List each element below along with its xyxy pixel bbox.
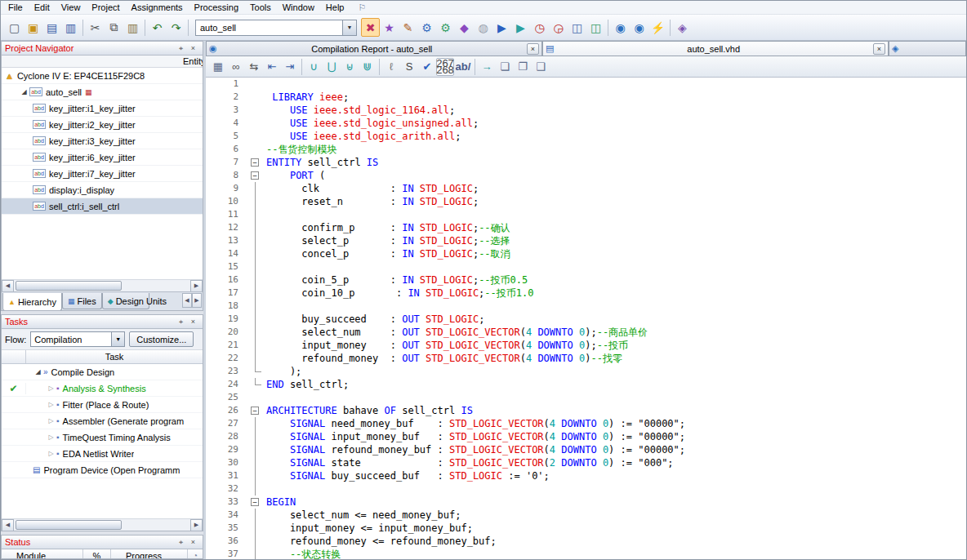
assignment-editor-button[interactable]: ◆ bbox=[455, 18, 474, 37]
code-line[interactable]: 36 refound_money <= refound_money_buf; bbox=[206, 535, 966, 548]
code-line[interactable]: 31 SIGNAL buy_succeed_buf : STD_LOGIC :=… bbox=[206, 469, 966, 482]
timing-analyzer-button[interactable]: ◷ bbox=[530, 18, 549, 37]
settings-gear-blue-button[interactable]: ⚙ bbox=[417, 18, 436, 37]
bookmark-previous-button[interactable]: ⊎ bbox=[341, 58, 359, 76]
outdent-button[interactable]: ⇤ bbox=[263, 58, 281, 76]
tree-item[interactable]: abdkey_jitter:i3_key_jitter bbox=[2, 133, 203, 149]
syntax-check-button[interactable]: ✔ bbox=[418, 58, 436, 76]
fold-collapse-icon[interactable]: − bbox=[251, 498, 259, 506]
code-line[interactable]: 34 select_num <= need_money_buf; bbox=[206, 509, 966, 522]
paste-button[interactable]: ▥ bbox=[123, 18, 142, 37]
indent-button[interactable]: ⇥ bbox=[281, 58, 299, 76]
menu-project[interactable]: Project bbox=[86, 2, 125, 13]
code-line[interactable]: 25 bbox=[206, 391, 966, 404]
edit-pencil-button[interactable]: ✎ bbox=[399, 18, 417, 37]
pin-icon[interactable]: ⌖ bbox=[175, 43, 187, 54]
close-icon[interactable]: × bbox=[527, 43, 539, 55]
doc-tab-minimized[interactable]: ◈ bbox=[889, 41, 966, 56]
tab-files[interactable]: ▦Files bbox=[62, 293, 102, 309]
tasks-hscrollbar[interactable]: ◀ ▶ bbox=[2, 518, 203, 531]
task-row[interactable]: ◢»Compile Design bbox=[2, 364, 203, 380]
new-window-button[interactable]: ❐ bbox=[514, 58, 532, 76]
pause-button[interactable]: ◍ bbox=[474, 18, 492, 37]
code-line[interactable]: 24END sell_ctrl; bbox=[206, 378, 966, 391]
tab-scroll-right-icon[interactable]: ▶ bbox=[192, 293, 202, 308]
task-column-header[interactable]: Task bbox=[26, 352, 203, 362]
flow-combo[interactable]: Compilation ▼ bbox=[30, 331, 125, 347]
expand-arrow-icon[interactable]: ◢ bbox=[33, 368, 43, 376]
tree-item[interactable]: ◢abdauto_sell▦ bbox=[2, 84, 203, 100]
menu-tools[interactable]: Tools bbox=[244, 2, 277, 13]
netlist-update-button[interactable]: ◉ bbox=[611, 18, 630, 37]
menu-assignments[interactable]: Assignments bbox=[126, 2, 189, 13]
task-row[interactable]: ▤Program Device (Open Programm bbox=[2, 462, 203, 478]
editor-layout-button[interactable]: ▦ bbox=[209, 58, 227, 76]
timequest-button[interactable]: ◶ bbox=[549, 18, 568, 37]
scroll-track[interactable] bbox=[14, 519, 190, 531]
code-line[interactable]: 8− PORT ( bbox=[206, 169, 966, 182]
close-icon[interactable]: × bbox=[187, 317, 199, 327]
expand-arrow-icon[interactable]: ▷ bbox=[46, 433, 56, 441]
fold-collapse-icon[interactable]: − bbox=[251, 171, 259, 180]
bookmark-toggle-button[interactable]: ∪ bbox=[305, 58, 323, 76]
code-line[interactable]: 17 coin_10_p : IN STD_LOGIC;--投币1.0 bbox=[206, 287, 966, 300]
replace-button[interactable]: ⇆ bbox=[245, 58, 263, 76]
code-line[interactable]: 10 reset_n : IN STD_LOGIC; bbox=[206, 195, 966, 208]
fold-collapse-icon[interactable]: − bbox=[251, 407, 259, 415]
tab-hierarchy[interactable]: ▲Hierarchy bbox=[2, 293, 62, 311]
code-line[interactable]: 6--售货控制模块 bbox=[206, 143, 966, 156]
expand-arrow-icon[interactable]: ▷ bbox=[46, 450, 56, 457]
goto-button[interactable]: → bbox=[478, 58, 496, 76]
scroll-right-icon[interactable]: ▶ bbox=[190, 519, 203, 531]
expand-arrow-icon[interactable]: ▷ bbox=[46, 401, 56, 408]
settings-gear-green-button[interactable]: ⚙ bbox=[436, 18, 455, 37]
tree-item[interactable]: abdkey_jitter:i1_key_jitter bbox=[2, 100, 203, 117]
code-line[interactable]: 4 USE ieee.std_logic_unsigned.all; bbox=[206, 117, 966, 130]
find-button[interactable]: ∞ bbox=[227, 58, 245, 76]
tree-item[interactable]: ▲Cyclone IV E: EP4CE115F29C8 bbox=[2, 68, 203, 84]
scroll-right-icon[interactable]: ▶ bbox=[190, 280, 203, 292]
task-row[interactable]: ▷▪Fitter (Place & Route) bbox=[2, 397, 203, 413]
code-line[interactable]: 16 coin_5_p : IN STD_LOGIC;--投币0.5 bbox=[206, 273, 966, 287]
tab-design-units[interactable]: ◆Design Units bbox=[102, 293, 149, 309]
code-line[interactable]: 21 input_money : OUT STD_LOGIC_VECTOR(4 … bbox=[206, 339, 966, 352]
code-line[interactable]: 35 input_money <= input_money_buf; bbox=[206, 522, 966, 535]
status-column-percent[interactable]: % bbox=[83, 549, 111, 559]
pin-icon[interactable]: ⌖ bbox=[175, 317, 187, 327]
code-line[interactable]: 3 USE ieee.std_logic_1164.all; bbox=[206, 104, 966, 117]
code-line[interactable]: 13 select_p : IN STD_LOGIC;--选择 bbox=[206, 234, 966, 247]
entity-column-header[interactable]: Entity bbox=[183, 56, 203, 66]
bookmark-next-button[interactable]: ⋃ bbox=[323, 58, 341, 76]
redo-button[interactable]: ↷ bbox=[167, 18, 185, 37]
menu-edit[interactable]: Edit bbox=[29, 2, 56, 13]
code-line[interactable]: 26−ARCHITECTURE bahave OF sell_ctrl IS bbox=[206, 404, 966, 417]
tree-item[interactable]: abdsell_ctrl:i_sell_ctrl bbox=[2, 198, 203, 215]
menu-help[interactable]: Help bbox=[320, 2, 350, 13]
project-combo[interactable]: auto_sell▼ bbox=[195, 20, 357, 36]
code-line[interactable]: 27 SIGNAL need_money_buf : STD_LOGIC_VEC… bbox=[206, 417, 966, 430]
save-all-button[interactable]: ▥ bbox=[61, 18, 80, 37]
scroll-track[interactable] bbox=[14, 280, 190, 292]
code-line[interactable]: 29 SIGNAL refound_money_buf : STD_LOGIC_… bbox=[206, 443, 966, 456]
code-line[interactable]: 19 buy_succeed : OUT STD_LOGIC; bbox=[206, 313, 966, 326]
task-row[interactable]: ▷▪EDA Netlist Writer bbox=[2, 446, 203, 462]
code-line[interactable]: 15 bbox=[206, 260, 966, 273]
doc-tab-auto-sell-vhd[interactable]: ▤auto_sell.vhd× bbox=[542, 41, 889, 56]
split-window-button[interactable]: ❏ bbox=[496, 58, 514, 76]
expand-arrow-icon[interactable]: ▷ bbox=[46, 384, 56, 392]
code-line[interactable]: 2 LIBRARY ieee; bbox=[206, 91, 966, 104]
copy-button[interactable]: ⧉ bbox=[105, 18, 123, 37]
tree-item[interactable]: abddisplay:i_display bbox=[2, 182, 203, 198]
code-line[interactable]: 20 select_num : OUT STD_LOGIC_VECTOR(4 D… bbox=[206, 326, 966, 339]
close-icon[interactable]: × bbox=[187, 537, 199, 548]
close-icon[interactable]: × bbox=[873, 43, 885, 55]
task-row[interactable]: ✔▷▪Analysis & Synthesis bbox=[2, 380, 203, 397]
menu-view[interactable]: View bbox=[56, 2, 87, 13]
rtl-viewer-button[interactable]: ◫ bbox=[568, 18, 586, 37]
combo-dropdown-icon[interactable]: ▼ bbox=[342, 20, 356, 35]
scroll-thumb[interactable] bbox=[16, 520, 122, 530]
attach-button[interactable]: ℓ bbox=[382, 58, 400, 76]
wand-button[interactable]: ★ bbox=[380, 18, 399, 37]
scroll-left-icon[interactable]: ◀ bbox=[2, 280, 14, 292]
start-compilation-button[interactable]: ▶ bbox=[492, 18, 511, 37]
